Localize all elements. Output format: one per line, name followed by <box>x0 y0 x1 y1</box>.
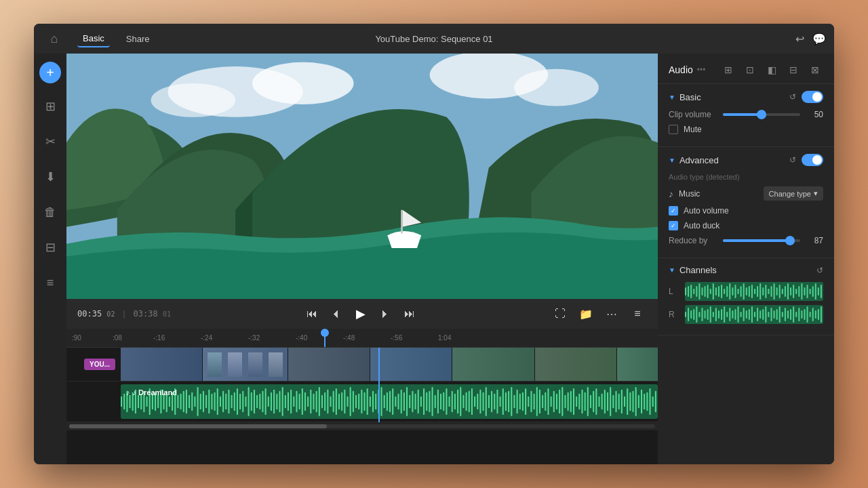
add-button[interactable]: + <box>39 62 61 83</box>
transport-bar: 00:35 02 | 03:38 01 ⏮ ⏴ ▶ ⏵ ⏭ ⛶ 📁 <box>66 299 658 329</box>
svg-rect-114 <box>423 388 425 415</box>
home-icon[interactable]: ⌂ <box>42 26 66 51</box>
timeline-area: :90 :08 -:16 -:24 -:32 -:40 -:48 -:56 1:… <box>66 329 658 464</box>
panel-icon-5[interactable]: ⊠ <box>807 62 823 78</box>
svg-rect-177 <box>601 394 603 410</box>
svg-rect-251 <box>696 306 697 323</box>
svg-rect-180 <box>610 387 611 416</box>
svg-rect-184 <box>621 390 623 413</box>
cut-icon[interactable]: ✂ <box>38 129 62 154</box>
layout-icon[interactable]: ⊟ <box>38 235 62 260</box>
channels-reset-icon[interactable]: ↺ <box>816 266 823 275</box>
svg-rect-84 <box>338 394 340 410</box>
video-clip-4[interactable] <box>370 348 452 381</box>
svg-rect-74 <box>310 390 311 413</box>
panel-icon-2[interactable]: ⊡ <box>742 62 758 78</box>
channel-l-label: L <box>669 287 679 296</box>
advanced-toggle[interactable] <box>802 154 823 166</box>
panel-icon-4[interactable]: ⊟ <box>785 62 802 78</box>
svg-rect-125 <box>454 394 456 410</box>
svg-rect-30 <box>186 390 187 413</box>
svg-rect-201 <box>696 286 697 297</box>
svg-rect-286 <box>793 306 794 323</box>
media-icon[interactable]: ⊞ <box>38 94 62 119</box>
video-track-content[interactable] <box>121 348 658 381</box>
svg-rect-37 <box>205 395 207 409</box>
svg-rect-42 <box>220 396 221 407</box>
preview-area <box>66 54 658 299</box>
reduce-by-thumb[interactable] <box>785 236 795 245</box>
video-clip-6[interactable] <box>535 348 616 381</box>
svg-rect-54 <box>254 390 255 413</box>
svg-rect-28 <box>180 394 182 410</box>
reduce-by-slider[interactable] <box>723 239 800 242</box>
svg-rect-168 <box>576 396 577 407</box>
svg-rect-58 <box>265 388 267 415</box>
video-clip-1[interactable] <box>121 348 202 381</box>
delete-icon[interactable]: 🗑 <box>38 200 62 224</box>
clip-volume-thumb[interactable] <box>757 110 766 119</box>
advanced-reset-icon[interactable]: ↺ <box>789 155 796 165</box>
auto-volume-row: ✓ Auto volume <box>669 206 823 216</box>
svg-rect-203 <box>701 287 703 296</box>
basic-reset-icon[interactable]: ↺ <box>789 92 796 102</box>
chat-icon[interactable]: 💬 <box>812 33 826 45</box>
svg-rect-253 <box>701 308 703 321</box>
video-clip-5[interactable] <box>452 348 534 381</box>
svg-rect-6 <box>401 210 402 234</box>
svg-rect-239 <box>801 283 802 300</box>
fullscreen-icon[interactable]: ⛶ <box>551 304 570 323</box>
nav-share[interactable]: Share <box>121 31 155 47</box>
svg-rect-46 <box>231 395 233 409</box>
clip-volume-slider[interactable] <box>723 113 800 116</box>
download-icon[interactable]: ⬇ <box>38 165 62 189</box>
undo-icon[interactable]: ↩ <box>795 33 804 45</box>
transport-controls: ⏮ ⏴ ▶ ⏵ ⏭ <box>179 304 542 323</box>
svg-rect-13 <box>138 395 139 409</box>
svg-rect-242 <box>810 289 811 294</box>
basic-toggle[interactable] <box>802 91 823 103</box>
play-button[interactable]: ▶ <box>351 304 370 323</box>
more-icon[interactable]: ⋯ <box>602 304 621 323</box>
video-clip-2[interactable] <box>203 348 287 381</box>
svg-rect-255 <box>707 309 709 320</box>
settings-icon[interactable]: ≡ <box>628 304 647 323</box>
list-icon[interactable]: ≡ <box>38 270 62 295</box>
auto-volume-checkbox[interactable]: ✓ <box>669 206 678 216</box>
svg-rect-78 <box>321 395 323 409</box>
svg-rect-205 <box>707 285 709 298</box>
svg-rect-186 <box>627 388 628 415</box>
panel-icon-1[interactable]: ⊞ <box>720 62 736 78</box>
timeline-ruler: :90 :08 -:16 -:24 -:32 -:40 -:48 -:56 1:… <box>66 329 658 348</box>
export-icon[interactable]: 📁 <box>576 304 595 323</box>
panel-menu-dot[interactable]: ••• <box>697 65 706 75</box>
video-clip-3[interactable] <box>288 348 370 381</box>
svg-rect-220 <box>749 286 750 297</box>
auto-duck-checkbox[interactable]: ✓ <box>669 221 678 230</box>
track-label-video: YOU... <box>66 359 121 370</box>
svg-rect-246 <box>821 285 822 298</box>
svg-rect-139 <box>494 394 495 410</box>
mute-checkbox[interactable] <box>669 125 678 134</box>
step-forward-button[interactable]: ⏵ <box>376 304 395 323</box>
svg-rect-123 <box>449 396 450 407</box>
change-type-button[interactable]: Change type ▾ <box>764 186 823 201</box>
video-clip-7[interactable] <box>617 348 658 381</box>
svg-rect-214 <box>732 287 733 296</box>
svg-rect-155 <box>539 390 540 413</box>
skip-end-button[interactable]: ⏭ <box>400 304 419 323</box>
audio-track-content-wrapper[interactable]: ♪ ♪ Dreamland <box>121 382 658 422</box>
channels-collapse-icon[interactable]: ▼ <box>669 266 675 274</box>
svg-rect-268 <box>743 308 745 321</box>
timeline-scrollbar[interactable] <box>66 422 658 430</box>
panel-icon-3[interactable]: ◧ <box>764 62 780 78</box>
svg-rect-288 <box>798 308 800 321</box>
nav-edit[interactable]: Basic <box>77 30 110 47</box>
basic-collapse-icon[interactable]: ▼ <box>669 94 675 101</box>
scrollbar-thumb[interactable] <box>69 424 327 428</box>
svg-rect-115 <box>426 392 427 411</box>
step-back-button[interactable]: ⏴ <box>327 304 346 323</box>
skip-start-button[interactable]: ⏮ <box>302 304 321 323</box>
advanced-collapse-icon[interactable]: ▼ <box>669 157 675 164</box>
svg-rect-181 <box>612 395 614 409</box>
